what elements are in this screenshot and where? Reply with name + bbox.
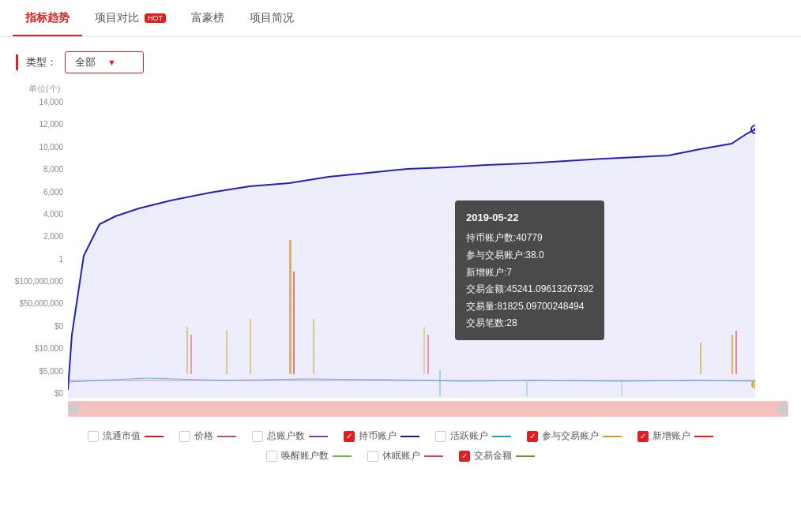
legend-checkbox-trade-amount[interactable] xyxy=(459,451,470,462)
legend-row-2: 唤醒账户数 休眠账户 交易金额 xyxy=(16,449,785,463)
legend-active-accounts[interactable]: 活跃账户 xyxy=(435,429,511,443)
legend-checkbox-market-cap[interactable] xyxy=(88,431,99,442)
legend-label-trade-amount: 交易金额 xyxy=(474,449,512,463)
legend-trade-amount[interactable]: 交易金额 xyxy=(459,449,535,463)
legend-wake-accounts[interactable]: 唤醒账户数 xyxy=(266,449,352,463)
legend-total-accounts[interactable]: 总账户数 xyxy=(252,429,328,443)
legend-checkbox-new-accounts[interactable] xyxy=(637,431,649,442)
legend-label-price: 价格 xyxy=(194,429,213,443)
legend-line-active-accounts xyxy=(492,436,511,437)
filter-accent-bar xyxy=(16,54,18,70)
tab-indicator-trend[interactable]: 指标趋势 xyxy=(13,0,82,36)
legend-line-sleep-accounts xyxy=(424,455,443,457)
legend-line-trade-amount xyxy=(516,455,535,457)
legend-coin-holders[interactable]: 持币账户 xyxy=(344,429,419,443)
tab-rich-list[interactable]: 富豪榜 xyxy=(179,0,237,36)
legend-sleep-accounts[interactable]: 休眠账户 xyxy=(367,449,443,463)
legend-checkbox-price[interactable] xyxy=(179,431,190,442)
tab-project-overview[interactable]: 项目简况 xyxy=(237,0,306,36)
legend-line-total-accounts xyxy=(309,436,328,437)
tooltip-row-6: 交易笔数:28 xyxy=(466,315,593,332)
legend-checkbox-active-accounts[interactable] xyxy=(435,431,446,442)
filter-label: 类型： xyxy=(26,55,57,69)
legend-checkbox-trading-accounts[interactable] xyxy=(527,431,538,442)
scroll-left-handle[interactable] xyxy=(68,403,79,414)
legend-label-new-accounts: 新增账户 xyxy=(652,429,690,443)
legend-label-coin-holders: 持币账户 xyxy=(359,429,397,443)
chart-scrollbar[interactable] xyxy=(68,401,788,417)
legend-checkbox-coin-holders[interactable] xyxy=(344,431,355,442)
legend-checkbox-wake-accounts[interactable] xyxy=(266,451,277,462)
legend-checkbox-sleep-accounts[interactable] xyxy=(367,451,378,462)
legend-line-wake-accounts xyxy=(333,455,352,457)
legend-line-trading-accounts xyxy=(603,436,622,437)
legend-label-wake-accounts: 唤醒账户数 xyxy=(281,449,329,463)
legend-line-price xyxy=(217,436,236,437)
chart-tooltip: 2019-05-22 持币账户数:40779 参与交易账户:38.0 新增账户:… xyxy=(455,200,604,340)
legend-line-market-cap xyxy=(145,436,164,437)
tooltip-row-3: 新增账户:7 xyxy=(466,264,593,282)
tooltip-row-1: 持币账户数:40779 xyxy=(466,230,593,247)
legend-price[interactable]: 价格 xyxy=(179,429,236,443)
type-filter-select[interactable]: 全部 ▼ xyxy=(65,51,144,73)
legend-new-accounts[interactable]: 新增账户 xyxy=(637,429,713,443)
legend-label-sleep-accounts: 休眠账户 xyxy=(382,449,420,463)
tab-project-compare[interactable]: 项目对比 HOT xyxy=(82,0,179,36)
tooltip-row-5: 交易量:81825.09700248494 xyxy=(466,298,593,316)
tooltip-date: 2019-05-22 xyxy=(466,208,593,227)
tooltip-row-4: 交易金额:45241.09613267392 xyxy=(466,281,593,298)
filter-value: 全部 xyxy=(75,55,101,69)
legend-trading-accounts[interactable]: 参与交易账户 xyxy=(527,429,622,443)
header-tabs: 指标趋势 项目对比 HOT 富豪榜 项目简况 xyxy=(0,0,801,37)
legend-label-total-accounts: 总账户数 xyxy=(267,429,305,443)
scroll-right-handle[interactable] xyxy=(777,403,788,414)
chart-container: 单位(个) 14,000 12,000 10,000 8,000 6,000 4… xyxy=(13,83,788,417)
legend-market-cap[interactable]: 流通市值 xyxy=(88,429,164,443)
main-chart: 交易量 交易笔数 2018-02-26 2018-04-06 2018-05-1… xyxy=(68,98,788,398)
legend-label-trading-accounts: 参与交易账户 xyxy=(542,429,599,443)
chart-svg: 交易量 交易笔数 2018-02-26 2018-04-06 2018-05-1… xyxy=(68,98,755,398)
legend-line-coin-holders xyxy=(400,436,419,437)
legend-checkbox-total-accounts[interactable] xyxy=(252,431,263,442)
y-axis-labels: 14,000 12,000 10,000 8,000 6,000 4,000 2… xyxy=(13,98,68,398)
tab-badge-hot: HOT xyxy=(145,13,166,23)
legend-label-active-accounts: 活跃账户 xyxy=(450,429,488,443)
chart-legend: 流通市值 价格 总账户数 持币账户 活跃账户 参与交易账户 新增账户 唤醒账户数 xyxy=(0,421,801,470)
y-axis-unit-label: 单位(个) xyxy=(28,83,788,95)
dropdown-arrow-icon: ▼ xyxy=(107,58,134,67)
legend-label-market-cap: 流通市值 xyxy=(103,429,141,443)
legend-line-new-accounts xyxy=(694,436,713,437)
tooltip-row-2: 参与交易账户:38.0 xyxy=(466,247,593,264)
